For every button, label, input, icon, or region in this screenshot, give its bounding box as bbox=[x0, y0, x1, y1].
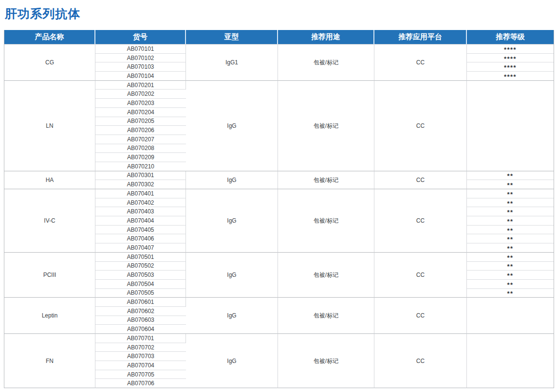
catalog-number-cell: AB070407 bbox=[95, 243, 186, 253]
catalog-number-cell: AB070208 bbox=[95, 144, 186, 153]
subtype-cell: IgG bbox=[186, 334, 278, 388]
catalog-number-cell: AB070209 bbox=[95, 153, 186, 162]
rating-cell: ** bbox=[467, 271, 554, 280]
catalog-number-cell: AB070302 bbox=[95, 180, 186, 189]
catalog-number-cell: AB070405 bbox=[95, 226, 186, 235]
catalog-number-cell: AB070205 bbox=[95, 117, 186, 126]
catalog-number-cell: AB070203 bbox=[95, 99, 186, 108]
rating-cell: ** bbox=[467, 189, 554, 198]
rating-stars: ** bbox=[507, 182, 513, 189]
rating-cell: **** bbox=[467, 54, 554, 63]
catalog-number-cell: AB070403 bbox=[95, 207, 186, 216]
platform-cell: CC bbox=[374, 253, 467, 298]
platform-cell: CC bbox=[374, 334, 467, 388]
table-row: PCIIIAB070501IgG包被/标记CC** bbox=[4, 253, 554, 262]
rating-stars: ** bbox=[507, 290, 513, 297]
catalog-number-cell: AB070404 bbox=[95, 216, 186, 226]
catalog-number-cell: AB070603 bbox=[95, 316, 186, 325]
rating-stars: ** bbox=[507, 282, 513, 288]
catalog-number-cell: AB070703 bbox=[95, 352, 186, 361]
rating-cell: ** bbox=[467, 207, 554, 216]
catalog-number-cell: AB070702 bbox=[95, 343, 186, 352]
rating-cell bbox=[467, 81, 554, 171]
rating-cell: ** bbox=[467, 262, 554, 271]
product-name-cell: HA bbox=[4, 171, 95, 189]
catalog-number-cell: AB070206 bbox=[95, 126, 186, 135]
usage-cell: 包被/标记 bbox=[278, 298, 374, 334]
subtype-cell: IgG bbox=[186, 171, 278, 189]
page-title: 肝功系列抗体 bbox=[5, 6, 553, 22]
antibody-table: 产品名称 货号 亚型 推荐用途 推荐应用平台 推荐等级 CGAB070101Ig… bbox=[4, 30, 554, 388]
catalog-number-cell: AB070202 bbox=[95, 90, 186, 99]
table-row: CGAB070101IgG1包被/标记CC**** bbox=[4, 45, 554, 54]
col-header-catalog-number: 货号 bbox=[95, 30, 186, 45]
rating-cell: ** bbox=[467, 180, 554, 189]
usage-cell: 包被/标记 bbox=[278, 189, 374, 253]
rating-stars: ** bbox=[507, 191, 513, 198]
rating-cell: ** bbox=[467, 226, 554, 235]
usage-cell: 包被/标记 bbox=[278, 334, 374, 388]
table-row: FNAB070701IgG包被/标记CC bbox=[4, 334, 554, 343]
col-header-application-platform: 推荐应用平台 bbox=[374, 30, 467, 45]
rating-cell: ** bbox=[467, 198, 554, 208]
rating-stars: **** bbox=[504, 56, 516, 62]
catalog-number-cell: AB070701 bbox=[95, 334, 186, 343]
rating-cell: ** bbox=[467, 243, 554, 253]
table-row: LeptinAB070601IgG包被/标记CC bbox=[4, 298, 554, 307]
product-name-cell: Leptin bbox=[4, 298, 95, 334]
rating-stars: ** bbox=[507, 200, 513, 207]
platform-cell: CC bbox=[374, 45, 467, 81]
catalog-number-cell: AB070101 bbox=[95, 45, 186, 54]
catalog-number-cell: AB070602 bbox=[95, 307, 186, 316]
usage-cell: 包被/标记 bbox=[278, 171, 374, 189]
catalog-number-cell: AB070204 bbox=[95, 108, 186, 117]
catalog-number-cell: AB070704 bbox=[95, 361, 186, 370]
catalog-number-cell: AB070207 bbox=[95, 135, 186, 144]
col-header-subtype: 亚型 bbox=[186, 30, 278, 45]
rating-cell: ** bbox=[467, 216, 554, 226]
catalog-number-cell: AB070505 bbox=[95, 289, 186, 298]
table-row: LNAB070201IgG包被/标记CC bbox=[4, 81, 554, 90]
rating-stars: ** bbox=[507, 218, 513, 225]
table-header: 产品名称 货号 亚型 推荐用途 推荐应用平台 推荐等级 bbox=[4, 30, 554, 45]
catalog-number-cell: AB070604 bbox=[95, 325, 186, 334]
catalog-number-cell: AB070502 bbox=[95, 262, 186, 271]
catalog-number-cell: AB070104 bbox=[95, 72, 186, 81]
platform-cell: CC bbox=[374, 81, 467, 171]
subtype-cell: IgG1 bbox=[186, 45, 278, 81]
product-name-cell: LN bbox=[4, 81, 95, 171]
subtype-cell: IgG bbox=[186, 189, 278, 253]
platform-cell: CC bbox=[374, 298, 467, 334]
catalog-number-cell: AB070210 bbox=[95, 162, 186, 171]
table-row: HAAB070301IgG包被/标记CC** bbox=[4, 171, 554, 181]
subtype-cell: IgG bbox=[186, 81, 278, 171]
rating-cell: ** bbox=[467, 253, 554, 262]
catalog-number-cell: AB070705 bbox=[95, 370, 186, 379]
rating-cell bbox=[467, 298, 554, 334]
rating-stars: ** bbox=[507, 227, 513, 234]
product-name-cell: IV-C bbox=[4, 189, 95, 253]
catalog-number-cell: AB070706 bbox=[95, 379, 186, 388]
catalog-number-cell: AB070301 bbox=[95, 171, 186, 181]
rating-stars: ** bbox=[507, 272, 513, 279]
rating-cell: **** bbox=[467, 72, 554, 81]
col-header-recommended-grade: 推荐等级 bbox=[467, 30, 554, 45]
catalog-page: 肝功系列抗体 产品名称 货号 亚型 推荐用途 推荐应用平台 推荐等级 CGAB0… bbox=[0, 6, 557, 388]
rating-cell: ** bbox=[467, 171, 554, 181]
rating-stars: ** bbox=[507, 263, 513, 270]
table-row: IV-CAB070401IgG包被/标记CC** bbox=[4, 189, 554, 198]
product-name-cell: CG bbox=[4, 45, 95, 81]
catalog-number-cell: AB070501 bbox=[95, 253, 186, 262]
rating-stars: **** bbox=[504, 64, 516, 71]
rating-cell: **** bbox=[467, 62, 554, 72]
catalog-number-cell: AB070103 bbox=[95, 62, 186, 72]
catalog-number-cell: AB070504 bbox=[95, 280, 186, 289]
rating-stars: ** bbox=[507, 245, 513, 252]
platform-cell: CC bbox=[374, 189, 467, 253]
rating-cell: **** bbox=[467, 45, 554, 54]
table-header-row: 产品名称 货号 亚型 推荐用途 推荐应用平台 推荐等级 bbox=[4, 30, 554, 45]
catalog-number-cell: AB070402 bbox=[95, 198, 186, 208]
rating-stars: ** bbox=[507, 173, 513, 180]
col-header-product-name: 产品名称 bbox=[4, 30, 95, 45]
rating-cell: ** bbox=[467, 289, 554, 298]
